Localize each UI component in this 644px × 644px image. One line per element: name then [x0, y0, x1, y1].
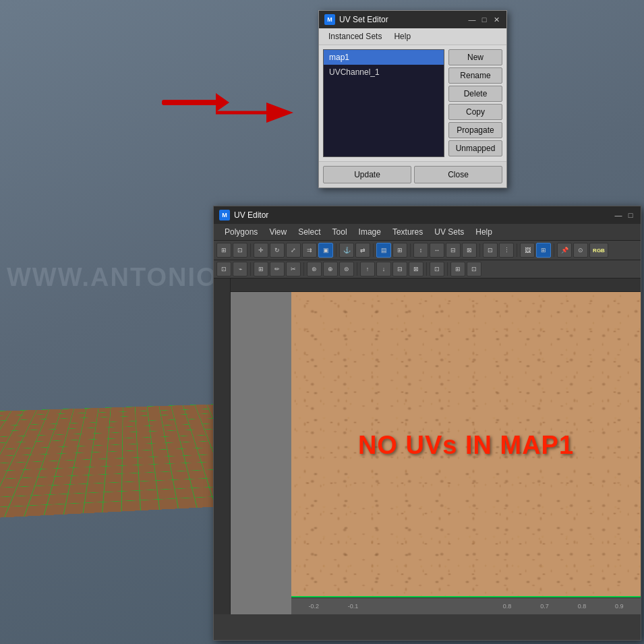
vertical-ruler [214, 279, 231, 614]
tb-normalize-btn[interactable]: ↕ [413, 243, 428, 258]
uv-buttons-panel: New Rename Delete Copy Propagate Unmappe… [448, 49, 502, 157]
tb2-relax-btn[interactable]: ⊕ [323, 262, 338, 276]
menu-textures[interactable]: Textures [387, 226, 428, 238]
menu-help[interactable]: Help [388, 30, 416, 42]
close-dialog-button[interactable]: Close [414, 166, 502, 183]
uv-editor-titlebar-left: M UV Editor [219, 210, 268, 221]
horizontal-ruler [231, 279, 641, 292]
tb-distrib-btn[interactable]: ⊟ [446, 243, 461, 258]
tb-orient-btn[interactable]: ↔ [430, 243, 444, 258]
tb-extra-btn[interactable]: ⊙ [573, 243, 588, 258]
tb-grid-btn[interactable]: ⊞ [216, 243, 231, 258]
menu-instanced-sets[interactable]: Instanced Sets [323, 30, 387, 42]
uv-set-editor-footer: Update Close [319, 161, 506, 187]
menu-view[interactable]: View [264, 226, 292, 238]
tb2-sep5 [447, 262, 448, 276]
uv-toolbar-row1: ⊞ ⊡ ✛ ↻ ⤢ ⇉ ▣ ⚓ ⇄ ▤ ⊞ ↕ ↔ ⊟ ⊠ ⊡ ⋮ 🖼 ⊞ 📌 … [214, 241, 641, 260]
tb2-unpin-btn[interactable]: ⊡ [467, 262, 481, 276]
menu-uv-sets[interactable]: UV Sets [429, 226, 469, 238]
tb-align-btn[interactable]: ⊞ [392, 243, 407, 258]
uv-set-editor-menubar: Instanced Sets Help [319, 28, 506, 45]
uv-editor-minimize-button[interactable]: — [614, 210, 623, 220]
uv-editor-menubar: Polygons View Select Tool Image Textures… [214, 224, 641, 241]
tb2-matrix-btn[interactable]: ⊟ [392, 262, 407, 276]
ruler-num-8: 0.7 [540, 603, 549, 610]
uv-gray-region [231, 292, 291, 614]
window-controls: — □ ✕ [467, 15, 501, 24]
uv-list-panel: map1 UVChannel_1 [323, 49, 444, 157]
uv-toolbar-row2: ⊡ ⌁ ⊞ ✏ ✂ ⊛ ⊕ ⊜ ↑ ↓ ⊟ ⊠ ⊡ ⊞ ⊡ [214, 260, 641, 279]
tb-sep1 [250, 243, 251, 257]
tb2-sep1 [250, 262, 251, 276]
tb-rotate-btn[interactable]: ↻ [270, 243, 285, 258]
uv-list-item-map1[interactable]: map1 [324, 50, 444, 65]
tb2-pin2-btn[interactable]: ⊞ [450, 262, 465, 276]
ruler-numbers: -0.2 -0.1 0.8 0.7 0.8 0.9 [294, 603, 638, 610]
tb2-lasso-btn[interactable]: ⌁ [233, 262, 247, 276]
tb2-down-btn[interactable]: ↓ [376, 262, 391, 276]
menu-help-uv[interactable]: Help [470, 226, 498, 238]
tb2-smooth-btn[interactable]: ⊜ [339, 262, 354, 276]
tb-spread-btn[interactable]: ⊠ [462, 243, 477, 258]
titlebar-left: M UV Set Editor [324, 14, 388, 25]
tb2-select-btn[interactable]: ⊡ [216, 262, 231, 276]
tb2-pen-btn[interactable]: ✏ [270, 262, 285, 276]
minimize-button[interactable]: — [467, 15, 477, 24]
menu-tool[interactable]: Tool [327, 226, 353, 238]
uv-editor-title: UV Editor [234, 210, 268, 220]
unmapped-button[interactable]: Unmapped [448, 140, 502, 156]
ruler-num-7: 0.8 [503, 603, 512, 610]
tb-image-btn[interactable]: 🖼 [520, 243, 535, 258]
tb-uv-btn[interactable]: ⊞ [536, 243, 551, 258]
new-button[interactable]: New [448, 49, 502, 65]
tb-scale-btn[interactable]: ⤢ [286, 243, 301, 258]
delete-button[interactable]: Delete [448, 86, 502, 102]
tb-unfold-btn[interactable]: ▣ [318, 243, 333, 258]
tb2-cut-btn[interactable]: ✂ [286, 262, 301, 276]
menu-image[interactable]: Image [353, 226, 386, 238]
tb-sep7 [554, 243, 554, 257]
tb-sep5 [479, 243, 480, 257]
uv-editor-maximize-button[interactable]: □ [626, 210, 635, 220]
tb-sep3 [373, 243, 374, 257]
tb-layout-btn[interactable]: ▤ [376, 243, 391, 258]
ruler-num-9: 0.8 [578, 603, 587, 610]
ruler-num-10: 0.9 [615, 603, 624, 610]
tb-move-btn[interactable]: ✛ [254, 243, 268, 258]
copy-button[interactable]: Copy [448, 104, 502, 120]
uv-set-editor-window: M UV Set Editor — □ ✕ Instanced Sets Hel… [318, 10, 507, 188]
uv-list-item-uvchannel1[interactable]: UVChannel_1 [324, 65, 444, 80]
ruler-num-1: -0.2 [308, 603, 319, 610]
tb-snap-btn[interactable]: ⊡ [233, 243, 247, 258]
no-uvs-text: NO UVs IN MAP1 [358, 430, 574, 459]
uv-canvas-main: NO UVs IN MAP1 -0.2 -0.1 0.8 [231, 279, 641, 614]
tb2-sep3 [357, 262, 357, 276]
app-icon: M [324, 14, 335, 25]
tb-shear-btn[interactable]: ⇉ [302, 243, 317, 258]
update-button[interactable]: Update [323, 166, 411, 183]
uv-texture-region: NO UVs IN MAP1 [291, 292, 641, 597]
tb2-grid2-btn[interactable]: ⊞ [254, 262, 268, 276]
tb-pin-btn[interactable]: 📌 [557, 243, 572, 258]
close-button[interactable]: ✕ [492, 15, 501, 24]
propagate-button[interactable]: Propagate [448, 122, 502, 138]
uv-editor-window: M UV Editor — □ Polygons View Select Too… [213, 206, 641, 641]
uv-editor-window-controls: — □ [614, 210, 635, 220]
uv-set-editor-title: UV Set Editor [339, 15, 388, 24]
tb2-sep4 [426, 262, 427, 276]
tb-dots-btn[interactable]: ⋮ [499, 243, 514, 258]
tb2-up-btn[interactable]: ↑ [360, 262, 375, 276]
tb2-tex-btn[interactable]: ⊡ [430, 262, 444, 276]
tb-checker-btn[interactable]: ⊡ [483, 243, 498, 258]
menu-select[interactable]: Select [293, 226, 326, 238]
rename-button[interactable]: Rename [448, 67, 502, 84]
menu-polygons[interactable]: Polygons [219, 226, 263, 238]
tb2-spin-btn[interactable]: ⊛ [307, 262, 322, 276]
maximize-button[interactable]: □ [479, 15, 489, 24]
tb-flip-btn[interactable]: ⇄ [355, 243, 370, 258]
tb-rgb-btn[interactable]: RGB [589, 243, 608, 258]
uv-editor-app-icon: M [219, 210, 230, 221]
tb2-map-btn[interactable]: ⊠ [409, 262, 423, 276]
uv-bottom-ruler: -0.2 -0.1 0.8 0.7 0.8 0.9 [291, 597, 641, 614]
tb-stitch-btn[interactable]: ⚓ [339, 243, 354, 258]
